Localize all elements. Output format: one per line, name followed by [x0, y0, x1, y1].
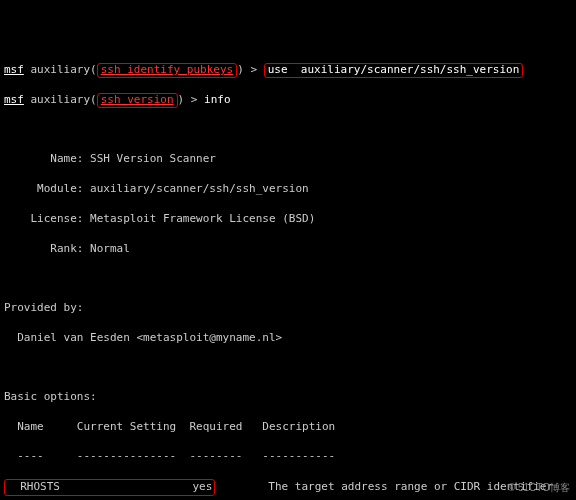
watermark: © 51CTO博客: [508, 481, 570, 495]
prompt-line-1: msf auxiliary(ssh_identify_pubkeys) > us…: [4, 63, 572, 78]
info-license: License: Metasploit Framework License (B…: [4, 212, 572, 227]
msf-label: msf: [4, 63, 24, 76]
basic-options-header: Basic options:: [4, 390, 572, 405]
cmd-use[interactable]: use auxiliary/scanner/ssh/ssh_version: [268, 63, 520, 76]
info-rank: Rank: Normal: [4, 242, 572, 257]
provided-by: Daniel van Eesden <metasploit@myname.nl>: [4, 331, 572, 346]
info-module: Module: auxiliary/scanner/ssh/ssh_versio…: [4, 182, 572, 197]
options-tr: ---- --------------- -------- ----------…: [4, 449, 572, 464]
prompt-line-2: msf auxiliary(ssh_version) > info: [4, 93, 572, 108]
provided-header: Provided by:: [4, 301, 572, 316]
options-th: Name Current Setting Required Descriptio…: [4, 420, 572, 435]
cmd-info[interactable]: info: [204, 93, 231, 106]
module-name: ssh_identify_pubkeys: [101, 63, 233, 76]
option-row-rhosts: RHOSTS yes The target address range or C…: [4, 479, 572, 496]
info-name: Name: SSH Version Scanner: [4, 152, 572, 167]
